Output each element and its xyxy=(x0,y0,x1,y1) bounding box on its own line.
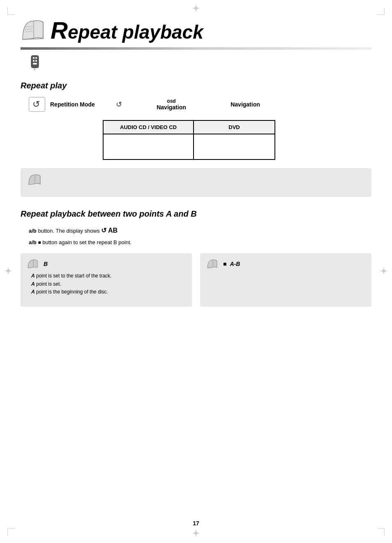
book-icon-large xyxy=(21,19,47,42)
repetition-mode-label: Repetition Mode xyxy=(50,101,104,108)
note-ab-book-icon xyxy=(207,259,219,269)
note-b-line2: A point is set. xyxy=(31,280,185,288)
note-ab-header: ■ A-B xyxy=(207,259,365,269)
col2-main-label: Navigation xyxy=(231,101,260,108)
ab-desc-text: button. The display shows xyxy=(38,228,101,234)
ab-desc-text-2: button again to set the repeat B point. xyxy=(42,239,131,245)
ab-square-symbol: ■ xyxy=(38,240,41,245)
repeat-icon-symbol: ↺ xyxy=(32,99,40,110)
ab-section: Repeat playback between two points A and… xyxy=(21,209,371,247)
svg-rect-16 xyxy=(33,57,35,59)
page-header: Repeat playback xyxy=(21,16,371,44)
note-b-line3: A point is the beginning of the disc. xyxy=(31,288,185,296)
table-row xyxy=(103,134,275,159)
ab-intro-text-2: a/b ■ button again to set the repeat B p… xyxy=(29,238,371,247)
corner-mark-tl xyxy=(7,7,15,15)
page-content: Repeat playback Repeat play ↺ Repetition… xyxy=(21,16,371,527)
note-ab-symbol: ■ xyxy=(223,261,226,267)
note-b-line1: A point is set to the start of the track… xyxy=(31,272,185,280)
repeat-arrow: ↺ xyxy=(116,100,122,109)
title-rest: epeat playback xyxy=(68,21,203,43)
svg-rect-15 xyxy=(31,55,39,68)
note-b-a3-label: A xyxy=(31,289,35,295)
repeat-play-heading: Repeat play xyxy=(21,81,371,90)
ab-key-label: a/b xyxy=(29,228,37,234)
cross-top xyxy=(192,4,200,14)
cross-left xyxy=(4,267,12,277)
corner-mark-bl xyxy=(7,528,15,536)
remote-icon xyxy=(29,55,41,71)
note-b-body: A point is set to the start of the track… xyxy=(31,272,185,296)
table-cell-audio-cd xyxy=(103,134,194,159)
svg-rect-18 xyxy=(33,60,35,62)
corner-mark-br xyxy=(377,528,385,536)
ab-intro-text: a/b button. The display shows ↺ AB xyxy=(29,225,371,236)
cross-bottom xyxy=(192,529,200,539)
title-r: R xyxy=(51,16,68,44)
note-b-book-icon xyxy=(27,259,39,269)
header-line xyxy=(21,47,371,50)
repeat-play-row: ↺ Repetition Mode ↺ osd Navigation Navig… xyxy=(29,97,371,112)
table-header-audio-cd: AUDIO CD / VIDEO CD xyxy=(103,120,194,134)
ab-display-symbol: ↺ AB xyxy=(101,227,118,234)
col2-header-group: Navigation xyxy=(221,101,270,108)
note-b-desc2: point is set. xyxy=(36,281,61,287)
note-b-box: B A point is set to the start of the tra… xyxy=(21,253,192,307)
table-cell-dvd xyxy=(194,134,275,159)
note-b-title: B xyxy=(44,261,48,267)
svg-rect-19 xyxy=(35,60,37,62)
repeat-button-box: ↺ xyxy=(29,97,45,112)
note-b-a2-label: A xyxy=(31,281,35,287)
note-b-desc1: point is set to the start of the track. xyxy=(36,273,111,279)
cross-right xyxy=(380,267,388,277)
note-box-1 xyxy=(21,168,371,197)
page-title: Repeat playback xyxy=(51,16,203,44)
note-b-a1-label: A xyxy=(31,273,35,279)
ab-heading: Repeat playback between two points A and… xyxy=(21,209,371,219)
media-table: AUDIO CD / VIDEO CD DVD xyxy=(103,120,275,160)
col1-top-label: osd xyxy=(167,98,175,104)
col1-header-group: osd Navigation xyxy=(147,98,196,111)
note-b-header: B xyxy=(27,259,185,269)
note-ab-box: ■ A-B xyxy=(200,253,371,307)
corner-mark-tr xyxy=(377,7,385,15)
page-number: 17 xyxy=(193,520,199,527)
col1-main-label: Navigation xyxy=(157,104,186,111)
svg-rect-17 xyxy=(35,57,37,59)
table-header-dvd: DVD xyxy=(194,120,275,134)
remote-icon-area xyxy=(29,55,371,73)
note-ab-title: A-B xyxy=(230,261,240,267)
ab-key-label-2: a/b xyxy=(29,239,37,245)
bottom-notes: B A point is set to the start of the tra… xyxy=(21,253,371,307)
svg-rect-20 xyxy=(33,63,37,65)
note-book-icon-1 xyxy=(28,174,42,185)
note-b-desc3: point is the beginning of the disc. xyxy=(36,289,108,295)
